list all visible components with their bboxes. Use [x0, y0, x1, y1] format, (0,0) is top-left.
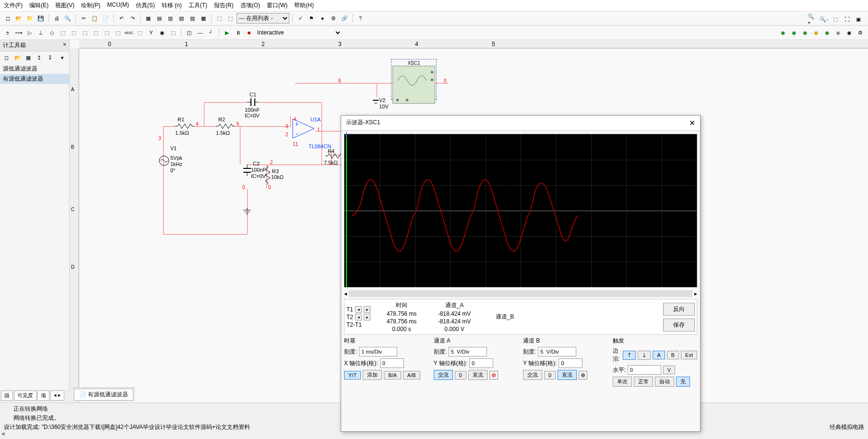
preview-icon[interactable]: 🔍 [63, 13, 72, 23]
probe3-icon[interactable]: ◉ [800, 28, 810, 37]
panel-close-icon[interactable]: × [63, 41, 66, 49]
normal-button[interactable]: 正常 [634, 377, 653, 387]
open-icon[interactable]: 📂 [14, 13, 24, 23]
print-icon[interactable]: 🖨 [52, 13, 61, 23]
close-icon[interactable]: ✕ [689, 119, 695, 128]
panel-open-icon[interactable]: 📂 [13, 53, 23, 62]
chan-a-connector-icon[interactable]: ⊕ [489, 371, 498, 380]
dot-icon[interactable]: ● [318, 13, 327, 23]
ac-source-icon[interactable] [158, 155, 170, 166]
resistor-r2-icon[interactable] [216, 123, 235, 130]
trigger-b-button[interactable]: B [667, 351, 679, 359]
chan-a-ypos-input[interactable] [469, 358, 493, 368]
misc-icon[interactable]: ⬚ [80, 28, 90, 37]
chan-b-zero-button[interactable]: 0 [544, 371, 556, 380]
probe7-icon[interactable]: ◉ [844, 28, 854, 37]
help-icon[interactable]: ? [356, 13, 365, 23]
none-button[interactable]: 无 [676, 377, 690, 387]
panel-item-2[interactable]: 有源低通滤波器 [0, 74, 69, 84]
menu-window[interactable]: 窗口(W) [267, 1, 287, 10]
menu-file[interactable]: 文件(F) [4, 1, 23, 10]
yt-button[interactable]: Y/T [344, 371, 361, 380]
menu-edit[interactable]: 编辑(E) [29, 1, 48, 10]
fullscreen-icon[interactable]: ▣ [854, 14, 863, 24]
mixed-icon[interactable]: ⬚ [91, 28, 101, 37]
t2-left-icon[interactable]: ◂ [355, 314, 362, 320]
osc-screen[interactable] [344, 134, 697, 287]
add-button[interactable]: 添加 [363, 370, 382, 380]
zoom-fit-icon[interactable]: ⛶ [842, 14, 852, 24]
chan-b-dc-button[interactable]: 直流 [558, 370, 577, 380]
single-button[interactable]: 单次 [613, 377, 632, 387]
pwr-icon[interactable]: ⬚ [113, 28, 123, 37]
level-unit[interactable]: V [663, 366, 675, 374]
probe4-icon[interactable]: ◉ [811, 28, 821, 37]
paste-icon[interactable]: 📄 [101, 13, 110, 23]
save-button[interactable]: 保存 [663, 319, 695, 332]
osc-scrollbar[interactable] [349, 290, 692, 297]
osc-scroll-left-icon[interactable]: ◂ [344, 290, 347, 297]
level-input[interactable] [628, 365, 661, 375]
panel-down-icon[interactable]: ↧ [46, 53, 55, 62]
panel3-icon[interactable]: ▥ [166, 13, 175, 23]
probe-settings-icon[interactable]: ⚙ [856, 28, 865, 37]
battery-icon[interactable] [372, 97, 380, 107]
panel-up-icon[interactable]: ↥ [35, 53, 44, 62]
bus-icon[interactable]: — [195, 28, 205, 37]
probe6-icon[interactable]: ◉ [833, 28, 843, 37]
chan-b-scale-input[interactable] [538, 347, 576, 356]
settings-icon[interactable]: ⚙ [329, 13, 338, 23]
panel5-icon[interactable]: ▨ [188, 13, 197, 23]
chan-b-connector-icon[interactable]: ⊕ [579, 371, 587, 380]
flag-icon[interactable]: ⚑ [307, 13, 316, 23]
resistor-r3-icon[interactable] [264, 166, 271, 185]
oscilloscope-symbol[interactable]: XSC1 ⊕ ⊕ ⊕ ⊕ [391, 59, 437, 100]
menu-transfer[interactable]: 转移 (n) [162, 1, 182, 10]
panel-grid-icon[interactable]: ▦ [24, 53, 33, 62]
t1-right-icon[interactable]: ▸ [364, 306, 370, 313]
edge-rising-button[interactable]: ⤒ [623, 351, 636, 360]
probe5-icon[interactable]: ◉ [822, 28, 832, 37]
sim-mode-select[interactable]: Interactive [255, 27, 342, 38]
menu-help[interactable]: 帮助(H) [294, 1, 314, 10]
junc-icon[interactable]: ┘ [206, 28, 216, 37]
diode-icon[interactable]: ▷ [25, 28, 35, 37]
left-tab-item[interactable]: 项 [37, 391, 49, 401]
menu-place[interactable]: 绘制(P) [81, 1, 100, 10]
mcu-icon[interactable]: ⬚ [168, 28, 178, 37]
chan-a-ac-button[interactable]: 交流 [434, 370, 453, 380]
cut-icon[interactable]: ✂ [79, 13, 88, 23]
capacitor-c1-icon[interactable] [247, 97, 259, 107]
em-icon[interactable]: ◉ [157, 28, 167, 37]
t2-right-icon[interactable]: ▸ [364, 314, 370, 320]
left-tab-visible[interactable]: 可见度 [14, 391, 36, 401]
menu-view[interactable]: 视图(V) [55, 1, 74, 10]
trigger-ext-button[interactable]: Ext [681, 351, 697, 359]
chan-b-ac-button[interactable]: 交流 [523, 370, 542, 380]
panel-menu-icon[interactable]: ▾ [58, 53, 67, 62]
t1-left-icon[interactable]: ◂ [355, 306, 362, 313]
chan-b-ypos-input[interactable] [559, 358, 583, 368]
undo-icon[interactable]: ↶ [117, 13, 126, 23]
transistor-icon[interactable]: ⊥ [36, 28, 46, 37]
panel2-icon[interactable]: ▤ [155, 13, 164, 23]
probe2-icon[interactable]: ◉ [789, 28, 799, 37]
msc-icon[interactable]: MSC [124, 28, 134, 37]
stop-icon[interactable]: ■ [244, 28, 254, 37]
ground-icon[interactable] [242, 208, 252, 215]
rf-icon[interactable]: Y [146, 28, 156, 37]
redo-icon[interactable]: ↷ [128, 13, 137, 23]
new-icon[interactable]: ◻ [3, 13, 12, 23]
menu-options[interactable]: 选项(O) [240, 1, 260, 10]
run-icon[interactable]: ▶ [222, 28, 232, 37]
resistor-r1-icon[interactable] [175, 123, 194, 130]
zoom-area-icon[interactable]: ⬚ [831, 14, 840, 24]
reverse-button[interactable]: 反向 [663, 303, 695, 316]
hier-icon[interactable]: ◫ [184, 28, 194, 37]
basic-icon[interactable]: ⟿ [14, 28, 24, 37]
chan-a-dc-button[interactable]: 直流 [468, 370, 488, 380]
capacitor-c2-icon[interactable] [242, 165, 252, 176]
save-icon[interactable]: 💾 [36, 13, 46, 23]
comp1-icon[interactable]: ⬚ [214, 13, 224, 23]
ind-icon[interactable]: ⬚ [102, 28, 112, 37]
